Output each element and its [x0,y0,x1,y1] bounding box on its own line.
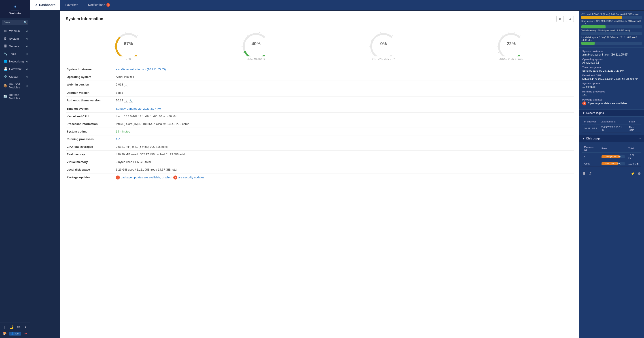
tab-notifications[interactable]: Notifications 1 [83,0,115,10]
nav-item-left: 🔗 Cluster [3,75,18,78]
user-icon: 👤 [11,332,14,335]
disk-usage-header[interactable]: ▼ Disk usage − [579,135,644,142]
star-icon[interactable]: ★ [23,324,28,330]
gauge-label-virtual_memory: VIRTUAL MEMORY [372,58,395,60]
refresh-button[interactable]: ↺ [566,16,574,22]
webmin-icon: ⊞ [3,29,8,33]
right-stat-row: System hostname alma9-pro.webmin.com (10… [582,50,641,56]
svg-line-46 [508,32,508,33]
download-icon[interactable]: ⬇ [124,83,128,87]
refresh-footer-icon[interactable]: ↺ [588,171,592,176]
mini-bar-fill [582,16,622,19]
table-row: System hostname alma9-pro.webmin.com (10… [66,66,574,73]
mini-bar-row: CPU load: 67% (0.58 (1 min) 0.41 (5 mins… [582,13,642,19]
sidebar-item-tools[interactable]: 🔧 Tools ◀ [0,50,30,58]
stats-footer-icon[interactable]: ⚡ [630,171,635,176]
link-value[interactable]: Sunday, January 29, 2023 3:27 PM [116,107,161,110]
recent-logins-content: IP address Last active at State 10.211.5… [579,117,644,135]
sidebar-item-system[interactable]: 🖥 System ◀ [0,35,30,42]
pause-icon[interactable]: ⏸ [2,324,7,330]
svg-line-18 [243,52,244,53]
recent-logins-header[interactable]: ▼ Recent logins − [579,110,644,117]
sidebar-item-webmin[interactable]: ⊞ Webmin ◀ [0,27,30,35]
logout-icon[interactable]: ⇥ [23,331,28,336]
settings-footer-icon[interactable]: ⚙ [638,171,641,176]
link-value[interactable]: 19 minutes [116,130,130,133]
version-value: 2.013 [116,83,123,86]
stat-label: Kernel and CPU [582,74,641,77]
link-value[interactable]: alma9-pro.webmin.com (10.211.55.65) [116,68,166,71]
sidebar-item-cluster[interactable]: 🔗 Cluster ◀ [0,73,30,80]
disk-bar-text: 78% (10.43 GiB) [602,155,625,158]
svg-line-34 [380,32,381,33]
pkg-update-badge: 22 package updates are available [582,101,641,105]
info-label: Authentic theme version [66,97,115,105]
sidebar-item-networking[interactable]: 🌐 Networking ◀ [0,58,30,65]
mail-icon[interactable]: ✉ [16,324,21,330]
svg-line-11 [132,32,132,34]
wrench-icon[interactable]: 🔧 [129,99,133,103]
copy-button[interactable]: ⧉ [556,16,564,22]
gauge-svg-real_memory: 40% [238,30,274,56]
sidebar-item-refresh[interactable]: 🔄 Refresh Modules [0,91,30,102]
right-footer-icons: ⏸ ↺ [582,171,592,176]
mini-bar-track [582,25,642,29]
info-value: 496.39 MiB used / 352.77 MiB cached / 1.… [116,153,185,156]
table-row: Kernel and CPU Linux 5.14.0-162.12.1.el9… [66,113,574,120]
nav-item-left: 💾 Hardware [3,67,22,71]
user-badge[interactable]: 👤 root [9,332,21,335]
table-row: Real memory 496.39 MiB used / 352.77 MiB… [66,151,574,158]
sidebar-search-container: 🔍 [0,18,30,27]
pkg-badge-1: 2 [116,175,120,180]
pkg-updates-link[interactable]: package updates are available, of which [121,176,172,179]
info-icon[interactable]: ℹ [124,99,128,103]
link-value[interactable]: 151 [116,137,121,141]
center-panel: System Information ⧉ ↺ 67% CPU 40% REAL … [60,11,579,338]
gauges-row: 67% CPU 40% REAL MEMORY 0% VIRTUAL MEMOR… [66,30,574,60]
nav-arrow-icon: ◀ [26,68,28,70]
top-nav: ✔ Dashboard Favorites Notifications 1 [30,0,644,10]
search-icon: 🔍 [24,21,27,24]
stat-value: 19 minutes [582,85,641,88]
gauge-label-real_memory: REAL MEMORY [247,58,266,60]
security-updates-link[interactable]: are security updates [178,176,204,179]
sidebar-item-hardware[interactable]: 💾 Hardware ◀ [0,65,30,73]
svg-line-21 [247,35,248,36]
svg-line-10 [126,32,126,33]
right-panel: CPU load: 67% (0.58 (1 min) 0.41 (5 mins… [579,11,644,338]
gauge-label-cpu: CPU [126,58,131,60]
theme-icon[interactable]: 🎨 [2,331,7,336]
pause-footer-icon[interactable]: ⏸ [582,171,586,176]
table-row: Time on system Sunday, January 29, 2023 … [66,105,574,113]
nav-item-label: Cluster [9,75,18,78]
info-label: Package updates [66,173,115,182]
col-last-active: Last active at [599,119,627,124]
mini-bar-fill [582,25,606,29]
tab-favorites[interactable]: Favorites [60,0,83,10]
nav-item-label: Networking [9,60,24,63]
pkg-badge-2: 2 [173,175,177,180]
table-row: Webmin version 2.013⬇ [66,81,574,89]
moon-icon[interactable]: 🌙 [9,324,14,330]
nav-item-left: 📦 Un-used Modules [3,82,26,89]
svg-line-47 [514,32,514,34]
info-value: 1.861 [116,91,123,95]
sidebar-item-servers[interactable]: 🗄 Servers ◀ [0,42,30,50]
svg-line-48 [520,35,520,36]
tools-icon: 🔧 [3,52,8,56]
stat-value: AlmaLinux 9.1 [582,61,641,64]
nav-arrow-icon: ◀ [26,30,28,32]
chevron-down-icon: ▼ [582,112,585,115]
svg-line-42 [498,52,499,53]
table-row: CPU load averages 0.58 (1 min) 0.41 (5 m… [66,143,574,151]
info-value: 3.26 GiB used / 11.11 GiB free / 14.37 G… [116,168,177,171]
sidebar-item-unused[interactable]: 📦 Un-used Modules ◀ [0,80,30,91]
disk-mounted: / [582,153,600,161]
tab-dashboard[interactable]: ✔ Dashboard [30,0,60,10]
pkg-update-text: 2 package updates are available [588,102,627,105]
collapse-icon: − [639,112,641,115]
nav-item-label: System [9,37,19,40]
info-label: Real memory [66,151,115,158]
gauge-virtual_memory: 0% VIRTUAL MEMORY [321,30,446,60]
svg-line-24 [264,35,266,36]
